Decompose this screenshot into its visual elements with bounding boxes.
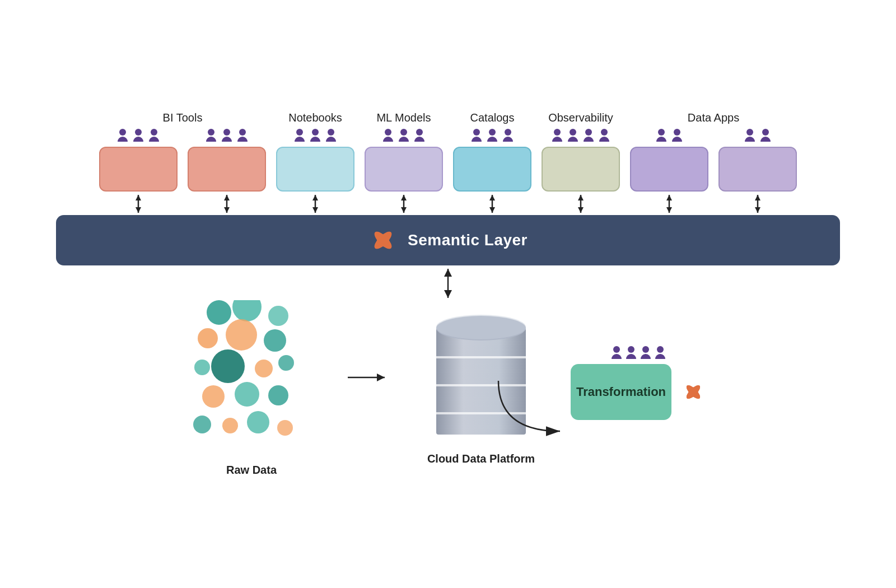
svg-point-48 xyxy=(277,420,293,436)
user-icon xyxy=(293,129,306,143)
data-apps-arrow-1 xyxy=(630,194,708,214)
svg-point-42 xyxy=(202,385,225,408)
data-apps-label: Data Apps xyxy=(688,111,739,124)
notebooks-box xyxy=(276,147,354,192)
user-icon xyxy=(551,129,563,143)
user-icons xyxy=(205,129,249,143)
user-icon xyxy=(625,346,637,361)
svg-marker-16 xyxy=(578,195,584,200)
catalogs-label: Catalogs xyxy=(470,111,515,124)
svg-point-47 xyxy=(247,411,269,433)
user-icon xyxy=(654,346,666,361)
svg-marker-14 xyxy=(489,207,495,213)
vertical-double-arrow-icon xyxy=(438,267,458,300)
ml-models-arrow xyxy=(365,194,443,214)
data-apps-box-2 xyxy=(718,147,797,192)
svg-point-41 xyxy=(278,355,294,371)
raw-data-label: Raw Data xyxy=(226,464,277,477)
user-icon xyxy=(148,129,160,143)
svg-marker-31 xyxy=(444,290,452,298)
svg-marker-1 xyxy=(136,195,141,200)
curved-arrow-icon xyxy=(493,375,622,442)
data-apps-box-1 xyxy=(630,147,708,192)
ml-models-label: ML Models xyxy=(376,111,431,124)
user-icon xyxy=(309,129,321,143)
svg-marker-13 xyxy=(489,195,495,200)
observability-label: Observability xyxy=(548,111,613,124)
consumer-group-observability: Observability xyxy=(542,111,620,192)
data-apps-arrow-2 xyxy=(718,194,797,214)
user-icon xyxy=(116,129,129,143)
svg-point-56 xyxy=(436,315,526,339)
bi-tools-box-2 xyxy=(188,147,266,192)
svg-point-61 xyxy=(691,389,696,394)
svg-point-46 xyxy=(222,418,238,433)
user-icon xyxy=(671,129,683,143)
svg-marker-50 xyxy=(377,374,385,381)
svg-marker-4 xyxy=(224,195,230,200)
semantic-to-cdp-arrow-container xyxy=(438,267,458,300)
svg-marker-23 xyxy=(755,207,760,213)
observability-arrow xyxy=(542,194,620,214)
double-arrow-icon xyxy=(662,194,676,214)
bi-arrow-1 xyxy=(99,194,178,214)
user-icon xyxy=(486,129,498,143)
consumer-row: BI Tools xyxy=(56,111,840,192)
user-icons xyxy=(551,129,610,143)
semantic-layer-bar: Semantic Layer xyxy=(56,215,840,265)
bubbles-container xyxy=(190,300,313,457)
user-icon xyxy=(610,346,623,361)
svg-point-32 xyxy=(207,300,231,325)
user-icon xyxy=(413,129,426,143)
user-icon xyxy=(502,129,514,143)
raw-to-cdp-arrow xyxy=(347,370,391,385)
notebooks-arrow xyxy=(276,194,354,214)
catalogs-arrow xyxy=(453,194,531,214)
user-icon xyxy=(640,346,652,361)
svg-point-36 xyxy=(226,319,257,351)
svg-marker-20 xyxy=(666,207,672,213)
cdp-label: Cloud Data Platform xyxy=(427,452,535,465)
main-diagram: BI Tools xyxy=(56,111,840,477)
svg-marker-17 xyxy=(578,207,584,213)
user-icon xyxy=(470,129,483,143)
svg-point-37 xyxy=(264,329,286,352)
user-icon xyxy=(744,129,756,143)
svg-point-38 xyxy=(194,360,210,375)
ml-models-box xyxy=(365,147,443,192)
bi-arrow-2 xyxy=(188,194,266,214)
svg-point-33 xyxy=(232,300,262,321)
double-arrow-icon xyxy=(486,194,499,214)
svg-point-39 xyxy=(211,349,245,383)
user-icons xyxy=(382,129,426,143)
bi-tools-label: BI Tools xyxy=(163,111,203,124)
user-icon xyxy=(567,129,579,143)
svg-marker-2 xyxy=(136,207,141,213)
raw-data-group: Raw Data xyxy=(190,300,313,477)
user-icon xyxy=(382,129,394,143)
svg-marker-11 xyxy=(401,207,407,213)
user-icon xyxy=(398,129,410,143)
user-icon xyxy=(655,129,668,143)
svg-marker-30 xyxy=(444,269,452,277)
transform-users xyxy=(610,346,666,361)
user-icon xyxy=(132,129,144,143)
double-arrow-icon xyxy=(309,194,322,214)
observability-box xyxy=(542,147,620,192)
user-icons xyxy=(470,129,514,143)
right-arrow-icon xyxy=(347,370,391,385)
raw-data-bubbles-icon xyxy=(190,300,313,457)
notebooks-label: Notebooks xyxy=(288,111,342,124)
user-icon xyxy=(759,129,772,143)
user-icons xyxy=(744,129,772,143)
svg-point-34 xyxy=(268,306,288,326)
consumer-arrows-row xyxy=(56,194,840,214)
svg-point-40 xyxy=(255,360,273,377)
user-icon xyxy=(325,129,337,143)
catalogs-box xyxy=(453,147,531,192)
user-icon xyxy=(582,129,595,143)
svg-point-28 xyxy=(380,237,386,244)
double-arrow-icon xyxy=(397,194,410,214)
transform-group: Transformation xyxy=(571,346,706,420)
user-icons xyxy=(655,129,683,143)
